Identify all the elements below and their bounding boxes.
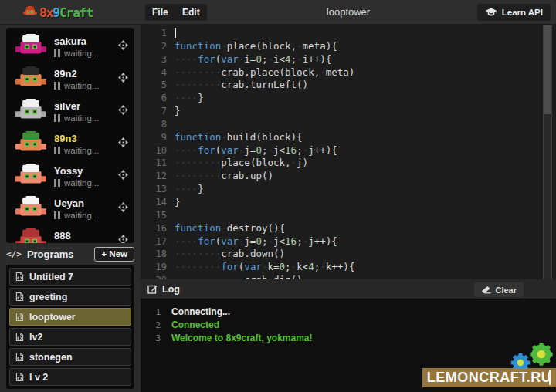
player-meta: 89n2waiting... — [54, 68, 118, 90]
player-row[interactable]: 89n3waiting... — [6, 127, 134, 160]
line-number: 18 — [141, 248, 175, 261]
line-number: 9 — [141, 131, 175, 144]
sidebar: sakurawaiting...89n2waiting...silverwait… — [0, 25, 141, 392]
player-status: waiting... — [54, 81, 118, 90]
move-icon[interactable] — [118, 234, 128, 243]
code-line: 18········crab.down() — [141, 248, 556, 261]
program-label: greeting — [29, 292, 67, 302]
pause-icon — [54, 147, 60, 154]
player-status: waiting... — [54, 211, 118, 220]
code-line: 5········crab.turnLeft() — [141, 79, 556, 92]
program-item[interactable]: greeting — [9, 288, 131, 306]
crab-avatar — [15, 99, 46, 124]
move-icon[interactable] — [118, 169, 128, 183]
program-list: Untitled 7greetinglooptowerlv2stonegenl … — [6, 265, 134, 389]
file-code-icon — [15, 312, 29, 322]
player-status: waiting... — [54, 113, 118, 123]
code-line: 14} — [141, 196, 556, 209]
line-number: 14 — [141, 196, 175, 209]
player-meta: 888waiting... — [54, 230, 118, 244]
move-icon[interactable] — [118, 39, 128, 53]
player-row[interactable]: sakurawaiting... — [6, 30, 134, 63]
watermark-text: LEMONCRAFT.RU — [427, 370, 552, 386]
line-number: 3 — [141, 53, 175, 66]
program-item[interactable]: looptower — [9, 308, 131, 326]
code-line: 12········crab.up() — [141, 170, 556, 183]
line-number: 12 — [141, 170, 175, 183]
player-meta: silverwaiting... — [54, 100, 118, 123]
clear-log-button[interactable]: Clear — [474, 282, 524, 297]
crab-logo-icon — [23, 5, 37, 19]
player-name: 89n3 — [54, 133, 118, 144]
clear-log-label: Clear — [495, 286, 517, 295]
code-line: 7} — [141, 105, 556, 118]
watermark-cursor-line — [549, 370, 551, 385]
line-number: 11 — [141, 157, 175, 170]
player-row[interactable]: 89n2waiting... — [6, 63, 134, 95]
editor-scrollbar-track[interactable] — [543, 25, 552, 279]
file-code-icon — [15, 332, 29, 342]
programs-header: </> Programs + New — [6, 245, 134, 263]
line-number: 10 — [141, 144, 175, 157]
pause-icon — [54, 82, 60, 90]
player-meta: Yossywaiting... — [54, 165, 118, 188]
player-name: Yossy — [54, 165, 118, 177]
player-status-text: waiting... — [64, 49, 99, 58]
line-number: 20 — [141, 274, 175, 279]
move-icon[interactable] — [118, 72, 128, 86]
editor-scrollbar-thumb[interactable] — [544, 25, 551, 114]
move-icon[interactable] — [118, 137, 128, 150]
player-meta: Ueyanwaiting... — [54, 198, 118, 220]
learn-api-button[interactable]: Learn API — [477, 4, 551, 21]
new-program-button[interactable]: + New — [94, 247, 134, 262]
program-item[interactable]: stonegen — [9, 348, 131, 366]
program-label: Untitled 7 — [29, 272, 73, 282]
code-editor[interactable]: 12function·place(block,·meta){3····for(v… — [141, 25, 556, 279]
log-title: Log — [162, 284, 180, 295]
code-line: 11········place(block,·j) — [141, 157, 556, 170]
line-number: 19 — [141, 261, 175, 274]
pause-icon — [54, 49, 60, 57]
log-header: Log Clear — [141, 279, 556, 299]
file-code-icon — [15, 372, 29, 382]
player-row[interactable]: silverwaiting... — [6, 95, 134, 127]
crab-avatar — [15, 228, 46, 244]
program-item[interactable]: lv2 — [9, 328, 131, 346]
move-icon[interactable] — [118, 104, 128, 118]
watermark: LEMONCRAFT.RU — [422, 368, 556, 387]
player-status: waiting... — [54, 243, 118, 244]
pause-icon — [54, 179, 60, 187]
move-icon[interactable] — [118, 201, 128, 215]
code-line: 6····} — [141, 92, 556, 105]
top-bar: 8x9Craft File Edit looptower Learn API — [0, 0, 556, 25]
player-status: waiting... — [54, 49, 118, 58]
program-label: l v 2 — [29, 372, 48, 383]
player-meta: sakurawaiting... — [54, 35, 118, 58]
code-lines: 12function·place(block,·meta){3····for(v… — [141, 27, 556, 279]
log-line-text: Connected — [171, 319, 219, 332]
eraser-icon — [481, 286, 491, 294]
pause-icon — [54, 211, 60, 219]
player-row[interactable]: Ueyanwaiting... — [6, 192, 134, 225]
player-name: silver — [54, 100, 118, 112]
line-number: 13 — [141, 183, 175, 196]
line-number: 15 — [141, 209, 175, 222]
player-row[interactable]: Yossywaiting... — [6, 160, 134, 192]
line-number: 4 — [141, 66, 175, 79]
player-name: Ueyan — [54, 198, 118, 209]
program-item[interactable]: Untitled 7 — [9, 268, 131, 286]
file-code-icon — [15, 352, 29, 362]
code-brackets-icon: </> — [6, 249, 22, 259]
line-number: 16 — [141, 222, 175, 235]
line-number: 8 — [141, 118, 175, 131]
player-status-text: waiting... — [64, 178, 99, 188]
code-line: 20············crab.dig() — [141, 274, 556, 279]
code-line: 13····} — [141, 183, 556, 196]
programs-title: Programs — [27, 248, 95, 260]
file-code-icon — [15, 292, 29, 302]
player-row[interactable]: 888waiting... — [6, 225, 134, 243]
code-line: 10····for(var·j=0;·j<16;·j++){ — [141, 144, 556, 157]
program-item[interactable]: l v 2 — [9, 368, 131, 386]
program-label: looptower — [29, 312, 76, 323]
program-label: stonegen — [29, 352, 73, 363]
